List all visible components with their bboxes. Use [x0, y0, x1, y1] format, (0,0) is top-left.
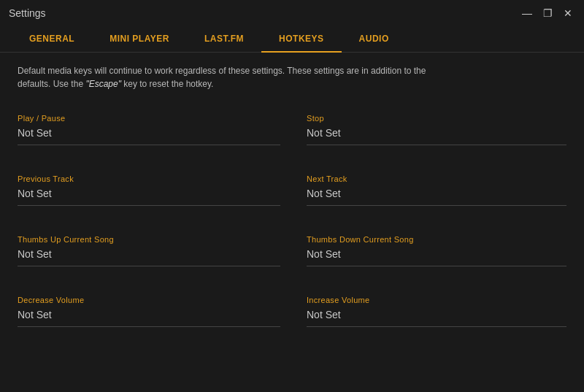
- window-controls: — ❐ ✕: [520, 6, 575, 20]
- window-title: Settings: [9, 7, 46, 19]
- minimize-button[interactable]: —: [520, 6, 534, 20]
- restore-button[interactable]: ❐: [540, 6, 555, 20]
- spacer-4: [292, 215, 566, 226]
- hotkey-increase-volume-value: Not Set: [307, 309, 566, 327]
- info-line2: defaults. Use the: [18, 79, 85, 89]
- escape-key-text: "Escape": [85, 79, 121, 89]
- hotkey-play-pause[interactable]: Play / Pause Not Set: [18, 105, 292, 154]
- hotkey-decrease-volume-value: Not Set: [18, 309, 280, 327]
- hotkey-previous-track-value: Not Set: [18, 188, 280, 206]
- hotkey-thumbs-up-value: Not Set: [18, 248, 280, 266]
- tab-general[interactable]: GENERAL: [12, 26, 92, 53]
- hotkey-thumbs-down-label: Thumbs Down Current Song: [307, 235, 566, 244]
- spacer-5: [18, 275, 292, 287]
- hotkey-thumbs-up-label: Thumbs Up Current Song: [18, 235, 280, 244]
- hotkey-increase-volume[interactable]: Increase Volume Not Set: [292, 287, 566, 336]
- hotkey-thumbs-up[interactable]: Thumbs Up Current Song Not Set: [18, 226, 292, 275]
- info-line1: Default media keys will continue to work…: [18, 66, 426, 76]
- hotkey-stop-value: Not Set: [307, 127, 566, 145]
- info-text: Default media keys will continue to work…: [18, 64, 566, 91]
- spacer-3: [18, 215, 292, 226]
- hotkey-previous-track-label: Previous Track: [18, 174, 280, 183]
- close-button[interactable]: ✕: [561, 6, 575, 20]
- info-line3: key to reset the hotkey.: [121, 79, 214, 89]
- hotkey-play-pause-value: Not Set: [18, 127, 280, 145]
- tab-miniplayer[interactable]: MINI PLAYER: [92, 26, 187, 53]
- hotkeys-grid: Play / Pause Not Set Stop Not Set Previo…: [18, 105, 566, 336]
- tabs-bar: GENERAL MINI PLAYER LAST.FM HOTKEYS AUDI…: [0, 26, 584, 53]
- hotkey-stop[interactable]: Stop Not Set: [292, 105, 566, 154]
- hotkey-thumbs-down[interactable]: Thumbs Down Current Song Not Set: [292, 226, 566, 275]
- hotkey-next-track-value: Not Set: [307, 188, 566, 206]
- title-bar: Settings — ❐ ✕: [0, 0, 584, 26]
- tab-lastfm[interactable]: LAST.FM: [187, 26, 261, 53]
- spacer-2: [292, 154, 566, 166]
- hotkey-decrease-volume[interactable]: Decrease Volume Not Set: [18, 287, 292, 336]
- hotkey-increase-volume-label: Increase Volume: [307, 296, 566, 304]
- hotkey-thumbs-down-value: Not Set: [307, 248, 566, 266]
- tab-audio[interactable]: AUDIO: [342, 26, 407, 53]
- hotkey-play-pause-label: Play / Pause: [18, 114, 280, 123]
- settings-content: Default media keys will continue to work…: [0, 53, 584, 347]
- spacer-6: [292, 275, 566, 287]
- hotkey-next-track-label: Next Track: [307, 174, 566, 183]
- spacer-1: [18, 154, 292, 166]
- hotkey-next-track[interactable]: Next Track Not Set: [292, 166, 566, 215]
- tab-hotkeys[interactable]: HOTKEYS: [261, 26, 342, 53]
- hotkey-previous-track[interactable]: Previous Track Not Set: [18, 166, 292, 215]
- hotkey-stop-label: Stop: [307, 114, 566, 123]
- hotkey-decrease-volume-label: Decrease Volume: [18, 296, 280, 304]
